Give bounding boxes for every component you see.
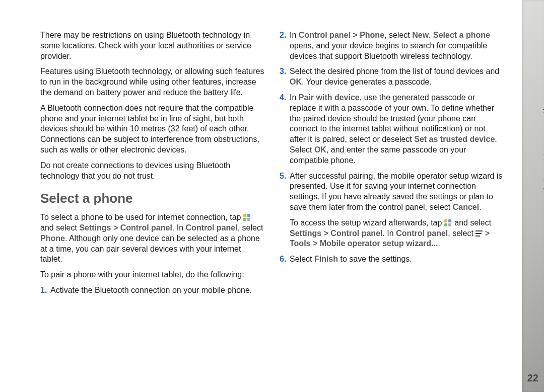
left-column: There may be restrictions on using Bluet… xyxy=(40,30,264,301)
apps-icon xyxy=(444,219,452,226)
two-column-content: There may be restrictions on using Bluet… xyxy=(40,30,504,301)
paragraph: To access the setup wizard afterwards, t… xyxy=(280,218,504,249)
steps-list-left: Activate the Bluetooth connection on you… xyxy=(40,285,264,296)
steps-list-right-2: Select Finish to save the settings. xyxy=(280,254,504,265)
paragraph: A Bluetooth connection does not require … xyxy=(40,103,264,155)
manual-page: There may be restrictions on using Bluet… xyxy=(0,0,544,392)
step-item: Select the desired phone from the list o… xyxy=(280,66,504,88)
step-item: In Pair with device, use the generated p… xyxy=(280,93,504,166)
paragraph: To pair a phone with your internet table… xyxy=(40,270,264,280)
paragraph: To select a phone to be used for interne… xyxy=(40,212,264,265)
step-item: Select Finish to save the settings. xyxy=(280,254,504,265)
step-item: In Control panel > Phone, select New. Se… xyxy=(280,30,504,61)
page-number: 22 xyxy=(527,372,538,384)
paragraph: Features using Bluetooth technology, or … xyxy=(40,66,264,98)
section-tab-label: Internet connections xyxy=(541,91,544,190)
paragraph: Do not create connections to devices usi… xyxy=(40,161,264,182)
right-column: In Control panel > Phone, select New. Se… xyxy=(280,30,504,301)
steps-list-right: In Control panel > Phone, select New. Se… xyxy=(280,30,504,213)
menu-icon xyxy=(475,230,483,237)
section-heading: Select a phone xyxy=(40,190,264,207)
step-item: Activate the Bluetooth connection on you… xyxy=(40,285,264,296)
step-item: After successful pairing, the mobile ope… xyxy=(280,171,504,213)
paragraph: There may be restrictions on using Bluet… xyxy=(40,30,264,61)
side-tab: Internet connections 22 xyxy=(522,0,544,392)
apps-icon xyxy=(243,214,251,221)
